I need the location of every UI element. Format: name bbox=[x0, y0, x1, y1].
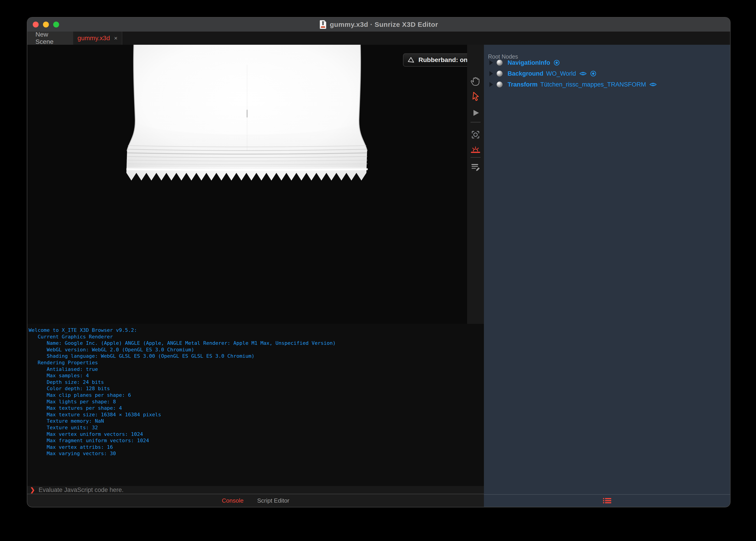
3d-viewport[interactable]: Rubberband: on bbox=[27, 45, 484, 324]
outline-list-toggle-icon[interactable] bbox=[603, 498, 611, 504]
tree-row-navigationinfo[interactable]: NavigationInfo bbox=[484, 57, 730, 68]
minimize-window-button[interactable] bbox=[43, 22, 49, 27]
bind-icon[interactable] bbox=[553, 60, 560, 66]
close-window-button[interactable] bbox=[33, 22, 39, 27]
node-sphere-icon bbox=[497, 60, 503, 66]
tab-gummy-x3d[interactable]: gummy.x3d × bbox=[73, 32, 122, 45]
console-line: Current Graphics Renderer bbox=[29, 334, 484, 340]
node-type: Background bbox=[508, 70, 543, 77]
console-line: Texture units: 32 bbox=[29, 424, 484, 431]
document-tabbar: New Scene gummy.x3d × bbox=[27, 32, 730, 45]
console-line: Max vertex uniform vectors: 1024 bbox=[29, 431, 484, 438]
x3d-file-icon bbox=[319, 20, 327, 29]
expander-icon[interactable] bbox=[489, 60, 493, 65]
node-sphere-icon bbox=[497, 82, 503, 87]
outline-panel: Root Nodes NavigationInfo bbox=[484, 45, 730, 494]
eye-icon[interactable] bbox=[649, 82, 657, 87]
window-title-group: gummy.x3d · Sunrize X3D Editor bbox=[319, 20, 438, 29]
view-frame-button[interactable] bbox=[470, 129, 481, 140]
play-icon bbox=[471, 108, 481, 118]
console-line: Name: Google Inc. (Apple) ANGLE (Apple, … bbox=[29, 340, 484, 346]
tree-row-background[interactable]: Background WO_World bbox=[484, 68, 730, 79]
tab-console[interactable]: Console bbox=[222, 497, 243, 504]
console-line: Max clip planes per shape: 6 bbox=[29, 392, 484, 399]
scene-tree: NavigationInfo Background WO_World bbox=[484, 57, 730, 90]
bind-icon[interactable] bbox=[590, 70, 596, 77]
console-line: Max varying vectors: 30 bbox=[29, 450, 484, 457]
tree-row-transform[interactable]: Transform Tütchen_rissc_mappes_TRANSFORM bbox=[484, 79, 730, 90]
app-window: gummy.x3d · Sunrize X3D Editor New Scene… bbox=[27, 17, 730, 507]
zoom-window-button[interactable] bbox=[53, 22, 59, 27]
rubberband-status-overlay: Rubberband: on bbox=[403, 53, 470, 67]
console-line: Max vertex attribs: 16 bbox=[29, 444, 484, 451]
console-line: Color depth: 128 bits bbox=[29, 385, 484, 392]
toolstrip-divider bbox=[471, 122, 481, 122]
toolstrip-divider bbox=[471, 157, 481, 158]
console-line: Max fragment uniform vectors: 1024 bbox=[29, 437, 484, 444]
tab-close-icon[interactable]: × bbox=[114, 35, 118, 42]
select-arrow-tool-button[interactable] bbox=[470, 91, 481, 102]
prompt-chevron-icon: ❯ bbox=[30, 486, 35, 494]
console-line: Max texture size: 16384 × 16384 pixels bbox=[29, 411, 484, 418]
tab-script-editor[interactable]: Script Editor bbox=[257, 497, 289, 504]
console-line: Shading language: WebGL GLSL ES 3.00 (Op… bbox=[29, 353, 484, 359]
script-edit-icon bbox=[470, 162, 481, 172]
node-name: WO_World bbox=[546, 70, 576, 77]
eye-icon[interactable] bbox=[579, 71, 587, 77]
console-line: Welcome to X_ITE X3D Browser v9.5.2: bbox=[29, 327, 484, 334]
hand-icon bbox=[470, 76, 481, 86]
rubberband-triangle-icon bbox=[407, 56, 415, 64]
console-line: Rendering Properties bbox=[29, 359, 484, 366]
camera-viewframe-icon bbox=[470, 130, 481, 140]
console-input-placeholder[interactable]: Evaluate JavaScript code here. bbox=[39, 486, 124, 494]
hand-pan-tool-button[interactable] bbox=[470, 76, 481, 87]
console-line: Max samples: 4 bbox=[29, 372, 484, 379]
window-title: gummy.x3d · Sunrize X3D Editor bbox=[330, 21, 438, 28]
expander-icon[interactable] bbox=[489, 82, 493, 87]
play-button[interactable] bbox=[470, 107, 481, 118]
console-line: Depth size: 24 bits bbox=[29, 379, 484, 386]
console-output[interactable]: Welcome to X_ITE X3D Browser v9.5.2: Cur… bbox=[27, 324, 484, 486]
console-line: Texture memory: NaN bbox=[29, 418, 484, 424]
console-line: Max lights per shape: 8 bbox=[29, 399, 484, 405]
expander-icon[interactable] bbox=[489, 71, 493, 76]
console-line: Max textures per shape: 4 bbox=[29, 405, 484, 411]
console-line: Antialiased: true bbox=[29, 366, 484, 373]
gummy-pouch-model[interactable] bbox=[125, 45, 369, 183]
desktop-background: gummy.x3d · Sunrize X3D Editor New Scene… bbox=[0, 0, 756, 541]
traffic-lights bbox=[33, 17, 59, 32]
node-type: NavigationInfo bbox=[508, 59, 550, 66]
console-line: WebGL version: WebGL 2.0 (OpenGL ES 3.0 … bbox=[29, 346, 484, 353]
tab-new-scene-label: New Scene bbox=[35, 31, 65, 45]
tab-gummy-label: gummy.x3d bbox=[78, 35, 110, 42]
console-prompt[interactable]: ❯ Evaluate JavaScript code here. bbox=[27, 486, 484, 494]
light-toggle-button[interactable] bbox=[470, 144, 481, 155]
node-sphere-icon bbox=[497, 71, 503, 77]
tab-new-scene[interactable]: New Scene bbox=[27, 32, 73, 45]
node-name: Tütchen_rissc_mappes_TRANSFORM bbox=[540, 81, 646, 88]
edit-script-button[interactable] bbox=[470, 162, 481, 172]
sunrise-icon bbox=[470, 144, 481, 155]
node-type: Transform bbox=[508, 81, 538, 88]
rubberband-label: Rubberband: on bbox=[418, 56, 468, 64]
console-tabbar: Console Script Editor bbox=[27, 494, 484, 507]
panel-bottombar bbox=[484, 494, 730, 507]
titlebar[interactable]: gummy.x3d · Sunrize X3D Editor bbox=[27, 17, 730, 32]
cursor-arrow-icon bbox=[470, 91, 481, 101]
